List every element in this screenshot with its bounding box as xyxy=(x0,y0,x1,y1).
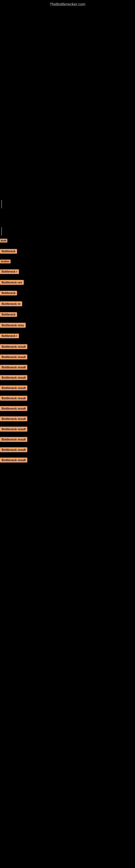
bottleneck-badge: Bottleneck result xyxy=(0,427,27,432)
list-item: Bottleneck result xyxy=(0,385,135,391)
bottleneck-badge: Bottleneck result xyxy=(0,437,27,442)
results-section: Bottl Bottleneck Bottlen Bottleneck r Bo… xyxy=(0,238,135,473)
bottleneck-badge: Bottlen xyxy=(0,259,10,264)
list-item: Bottleneck result xyxy=(0,395,135,401)
list-item: Bottleneck result xyxy=(0,447,135,453)
list-item: Bottleneck result xyxy=(0,344,135,350)
bottleneck-badge: Bottleneck result xyxy=(0,458,27,463)
chart-area xyxy=(0,8,135,197)
bottleneck-badge: Bottleneck result xyxy=(0,375,27,380)
list-item: Bottleneck result xyxy=(0,375,135,380)
bottleneck-badge: Bottleneck r xyxy=(0,334,19,338)
bottleneck-badge: Bottleneck result xyxy=(0,385,27,390)
list-item: Bottl xyxy=(0,238,135,243)
bottleneck-badge: Bottleneck xyxy=(0,291,17,296)
bottleneck-badge: Bottleneck result xyxy=(0,354,27,360)
bottleneck-badge: Bottleneck xyxy=(0,249,17,254)
list-item: Bottlen xyxy=(0,259,135,264)
bottleneck-badge: Bottleneck re xyxy=(0,301,22,306)
list-item: Bottleneck re xyxy=(0,301,135,307)
list-item: Bottleneck r xyxy=(0,269,135,275)
list-item: Bottleneck res xyxy=(0,279,135,285)
list-item: Bottleneck result xyxy=(0,416,135,422)
list-item: Bottleneck result xyxy=(0,364,135,370)
list-item: Bottleneck result xyxy=(0,457,135,463)
list-item: Bottleneck resu xyxy=(0,322,135,328)
list-item: Bottleneck result xyxy=(0,436,135,442)
bottleneck-badge: Bottleneck result xyxy=(0,396,27,401)
bottleneck-badge: Bottleneck result xyxy=(0,406,27,411)
list-item: Bottleneck xyxy=(0,290,135,296)
bottleneck-badge: Bottleneck result xyxy=(0,344,27,349)
divider-line-2 xyxy=(1,227,2,236)
divider-line-1 xyxy=(1,200,2,208)
bottleneck-badge: Bottleneck result xyxy=(0,365,27,370)
list-item: Bottleneck result xyxy=(0,426,135,432)
bottleneck-badge: Bottl xyxy=(0,239,7,243)
list-item: Bottleneck result xyxy=(0,354,135,360)
bottleneck-badge: Bottleneck result xyxy=(0,416,27,421)
list-item: Bottleneck result xyxy=(0,405,135,411)
list-item: Bottleneck xyxy=(0,248,135,254)
list-item: Bottleneck r xyxy=(0,333,135,339)
bottleneck-badge: Bottleneck result xyxy=(0,447,27,452)
bottleneck-badge: Bottleneck res xyxy=(0,280,24,285)
list-item: Bottleneck xyxy=(0,312,135,317)
site-title: TheBottlenecker.com xyxy=(0,0,135,8)
main-container: TheBottlenecker.com Bottl Bottleneck Bot… xyxy=(0,0,135,473)
bottleneck-badge: Bottleneck xyxy=(0,312,17,317)
bottleneck-badge: Bottleneck r xyxy=(0,269,19,274)
bottleneck-badge: Bottleneck resu xyxy=(0,323,26,328)
